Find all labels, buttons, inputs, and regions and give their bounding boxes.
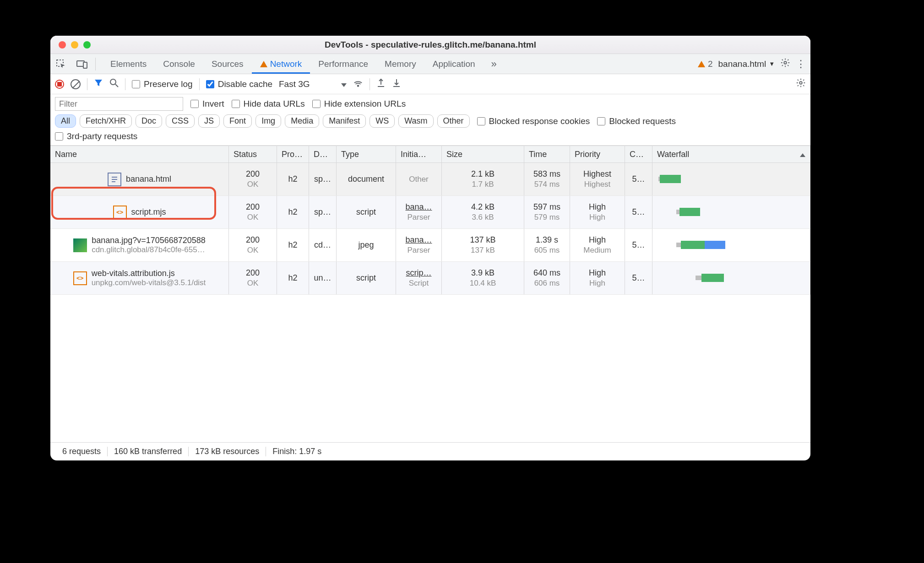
export-har-icon[interactable] [376,78,386,90]
cell-time: 640 ms606 ms [524,262,570,294]
col-priority[interactable]: Priority [570,146,625,162]
chip-img[interactable]: Img [255,114,281,128]
disable-cache-checkbox[interactable]: Disable cache [206,79,272,89]
chip-manifest[interactable]: Manifest [323,114,366,128]
chip-other[interactable]: Other [437,114,470,128]
blocked-requests-checkbox[interactable]: Blocked requests [597,116,676,126]
tab-network[interactable]: Network [252,54,310,74]
clear-button[interactable] [71,79,81,89]
third-party-checkbox[interactable]: 3rd-party requests [55,131,137,141]
invert-checkbox[interactable]: Invert [190,99,224,109]
separator [370,78,370,90]
col-name[interactable]: Name [50,146,229,162]
panel-settings-icon[interactable] [796,78,806,90]
sort-asc-icon [800,150,805,159]
status-bar: 6 requests 160 kB transferred 173 kB res… [50,442,810,460]
tab-elements[interactable]: Elements [102,54,155,74]
inspect-icon[interactable] [55,58,67,70]
record-button[interactable] [55,80,64,89]
cell-type: document [337,163,396,195]
window-title: DevTools - speculative-rules.glitch.me/b… [50,40,810,50]
preserve-log-input[interactable] [132,80,140,88]
col-protocol[interactable]: Pro… [277,146,309,162]
cell-connection: 5… [625,196,652,228]
cell-connection: 5… [625,163,652,195]
window-controls [59,41,91,49]
cell-time: 597 ms579 ms [524,196,570,228]
request-row[interactable]: banana.html200OKh2sp…documentOther2.1 kB… [50,163,810,196]
devtools-window: DevTools - speculative-rules.glitch.me/b… [50,36,810,460]
settings-icon[interactable] [780,58,790,70]
search-icon[interactable] [109,78,119,90]
cell-domain: sp… [309,163,337,195]
chip-font[interactable]: Font [223,114,252,128]
svg-point-6 [357,85,359,87]
tab-sources[interactable]: Sources [203,54,252,74]
throttle-select[interactable]: Fast 3G [279,79,347,89]
col-type[interactable]: Type [337,146,396,162]
svg-point-3 [784,61,787,64]
chip-all[interactable]: All [55,114,76,128]
cell-protocol: h2 [277,262,309,294]
col-size[interactable]: Size [442,146,524,162]
cell-initiator: bana…Parser [396,196,442,228]
network-conditions-icon[interactable] [353,78,363,90]
col-domain[interactable]: D… [309,146,337,162]
cell-priority: HighestHighest [570,163,625,195]
status-resources: 173 kB resources [188,447,266,456]
chip-ws[interactable]: WS [370,114,395,128]
preserve-log-checkbox[interactable]: Preserve log [132,79,193,89]
more-tabs-icon[interactable]: » [488,58,500,70]
zoom-icon[interactable] [83,41,91,49]
col-initiator[interactable]: Initia… [396,146,442,162]
cell-priority: HighHigh [570,196,625,228]
tab-console[interactable]: Console [155,54,203,74]
cell-domain: sp… [309,196,337,228]
disable-cache-label: Disable cache [218,79,272,89]
chip-doc[interactable]: Doc [136,114,162,128]
svg-rect-2 [83,62,87,68]
chevron-down-icon [341,79,347,89]
close-icon[interactable] [59,41,66,49]
cell-size: 3.9 kB10.4 kB [442,262,524,294]
warnings-badge[interactable]: 2 [698,59,713,69]
import-har-icon[interactable] [392,78,401,90]
disable-cache-input[interactable] [206,80,214,88]
chip-fetchxhr[interactable]: Fetch/XHR [80,114,132,128]
col-waterfall[interactable]: Waterfall [652,146,810,162]
filter-input[interactable] [55,97,183,111]
chip-js[interactable]: JS [198,114,220,128]
cell-initiator: Other [396,163,442,195]
tab-performance[interactable]: Performance [310,54,376,74]
request-row[interactable]: banana.jpg?v=1705668720588cdn.glitch.glo… [50,229,810,262]
request-row[interactable]: <>script.mjs200OKh2sp…scriptbana…Parser4… [50,196,810,229]
cell-domain: un… [309,262,337,294]
cell-size: 4.2 kB3.6 kB [442,196,524,228]
svg-point-4 [110,79,116,85]
svg-line-5 [115,84,118,87]
tab-memory[interactable]: Memory [376,54,424,74]
cell-name: <>web-vitals.attribution.jsunpkg.com/web… [50,262,229,294]
cell-status: 200OK [229,262,277,294]
blocked-cookies-checkbox[interactable]: Blocked response cookies [477,116,590,126]
hide-extension-urls-checkbox[interactable]: Hide extension URLs [312,99,406,109]
cell-type: script [337,262,396,294]
minimize-icon[interactable] [71,41,78,49]
kebab-icon[interactable]: ⋮ [796,58,806,70]
chip-css[interactable]: CSS [166,114,195,128]
request-row[interactable]: <>web-vitals.attribution.jsunpkg.com/web… [50,262,810,295]
device-icon[interactable] [76,58,88,70]
context-selector[interactable]: banana.html ▼ [718,59,775,69]
filter-toggle-icon[interactable] [94,78,103,90]
chip-wasm[interactable]: Wasm [398,114,433,128]
hide-data-urls-checkbox[interactable]: Hide data URLs [232,99,305,109]
tab-application[interactable]: Application [424,54,484,74]
col-connection[interactable]: C… [625,146,652,162]
col-time[interactable]: Time [524,146,570,162]
cell-protocol: h2 [277,196,309,228]
panel-tabs: ElementsConsoleSourcesNetworkPerformance… [50,54,810,74]
cell-status: 200OK [229,196,277,228]
col-status[interactable]: Status [229,146,277,162]
chip-media[interactable]: Media [285,114,319,128]
cell-name: banana.html [50,163,229,195]
